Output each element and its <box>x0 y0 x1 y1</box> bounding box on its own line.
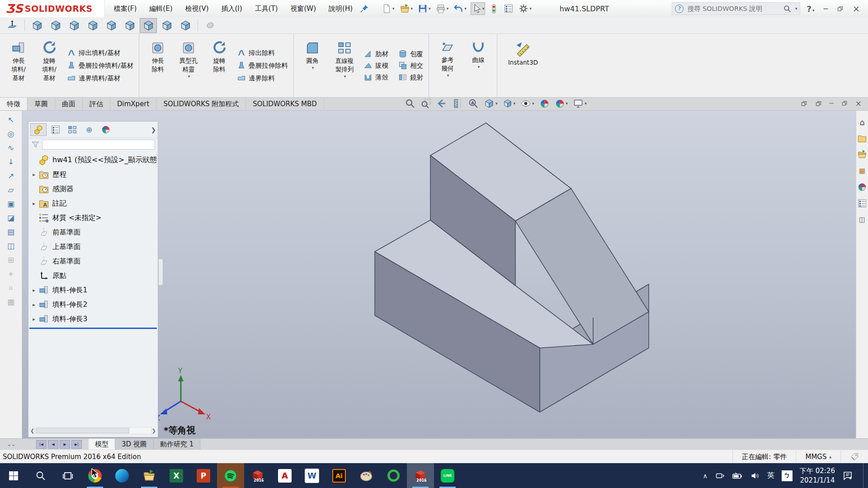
menu-file[interactable]: 檔案(F) <box>114 5 137 13</box>
pin-menu-icon[interactable] <box>360 4 369 13</box>
tree-item-front-plane[interactable]: 前基準面 <box>28 225 158 239</box>
select-tool-button[interactable]: ▾ <box>471 2 486 15</box>
tree-item-history[interactable]: ▸ 歷程 <box>28 167 158 182</box>
intersect-button[interactable]: 相交 <box>398 61 423 70</box>
tab-propertymanager[interactable] <box>48 124 63 136</box>
taskbar-paint[interactable] <box>353 463 380 488</box>
expander-icon[interactable]: ▸ <box>30 201 38 206</box>
tree-item-boss-extrude3[interactable]: ▸ 填料-伸長3 <box>28 312 158 326</box>
task-view-button[interactable] <box>54 463 81 488</box>
shell-button[interactable]: 薄殼 <box>363 73 388 82</box>
menu-edit[interactable]: 編輯(E) <box>149 5 172 13</box>
tab-mbd[interactable]: SOLIDWORKS MBD <box>246 98 324 110</box>
menu-view[interactable]: 檢視(V) <box>185 5 209 13</box>
tab-features[interactable]: 特徵 <box>0 98 28 110</box>
taskbar-screen-recorder[interactable] <box>380 463 407 488</box>
search-input[interactable] <box>686 5 780 13</box>
previous-view-icon[interactable] <box>436 98 447 109</box>
target-tool-icon[interactable]: ⌖ <box>9 269 13 278</box>
taskbar-edge[interactable] <box>108 463 136 488</box>
grid-tool-icon[interactable]: ⊞ <box>8 255 14 264</box>
table-tool-icon[interactable]: ▦ <box>7 297 14 306</box>
open-button[interactable]: ▾ <box>399 2 414 15</box>
wrap-button[interactable]: 包覆 <box>398 49 423 58</box>
hole-wizard-button[interactable]: 異型孔精靈 ▾ <box>175 38 202 79</box>
file-properties-button[interactable] <box>503 2 514 15</box>
spline-tool-icon[interactable]: ∿ <box>8 143 14 152</box>
up-tool-icon[interactable]: ↗ <box>8 171 14 180</box>
panel-expand-icon[interactable]: ❯ <box>151 127 156 133</box>
panel-scrollbar[interactable]: ❮ ❯ <box>30 427 156 434</box>
tree-item-boss-extrude1[interactable]: ▸ 填料-伸長1 <box>28 283 158 297</box>
taskbar-word[interactable]: W <box>298 463 326 488</box>
boundary-boss-button[interactable]: 邊界填料/基材 <box>67 74 133 83</box>
taskbar-search-button[interactable] <box>27 463 54 488</box>
taskbar-solidworks-active[interactable]: 2016 <box>407 463 434 488</box>
undo-button[interactable]: ▾ <box>453 2 467 15</box>
revolved-boss-button[interactable]: 旋轉填料/基材 <box>36 38 62 82</box>
tree-item-top-plane[interactable]: 上基準面 <box>28 239 158 254</box>
design-library-icon[interactable] <box>857 133 867 143</box>
tab-featuremanager[interactable] <box>30 123 47 136</box>
display-style-button[interactable]: ▾ <box>503 99 516 108</box>
taskbar-clock[interactable]: 下午 02:26 2021/1/14 <box>800 466 835 485</box>
last-tab-button[interactable]: ▶| <box>71 440 82 449</box>
menu-insert[interactable]: 插入(I) <box>222 5 242 13</box>
rebuild-button[interactable] <box>488 3 500 15</box>
hash-tool-icon[interactable]: ⌗ <box>9 283 13 292</box>
start-button[interactable] <box>0 463 27 488</box>
tab-surfaces[interactable]: 曲面 <box>55 98 83 110</box>
tab-3d-views[interactable]: 3D 視圖 <box>115 439 154 450</box>
restore-button[interactable] <box>837 5 844 12</box>
view-right-button[interactable] <box>84 18 101 33</box>
view-dimetric-button[interactable] <box>177 18 194 33</box>
toolbar-collapse-icon[interactable]: ⌄⌄ <box>0 439 23 450</box>
doc-close-icon[interactable]: × <box>855 99 862 108</box>
speaker-icon[interactable] <box>750 471 760 481</box>
first-tab-button[interactable]: |◀ <box>36 440 47 449</box>
ime-indicator[interactable]: ㄅ <box>782 470 793 481</box>
panel-splitter-handle[interactable] <box>158 258 163 286</box>
edit-appearance-button[interactable] <box>539 99 550 109</box>
part-faces[interactable] <box>375 123 649 412</box>
taskbar-illustrator[interactable]: Ai <box>326 463 353 488</box>
tree-item-sensors[interactable]: 感測器 <box>28 182 158 196</box>
scroll-left-icon[interactable]: ❮ <box>30 428 34 434</box>
custom-properties-icon[interactable] <box>857 198 867 208</box>
tab-evaluate[interactable]: 評估 <box>83 98 110 110</box>
instant3d-button[interactable]: Instant3D <box>503 38 543 66</box>
tab-sketch[interactable]: 草圖 <box>28 98 55 110</box>
rollback-bar[interactable] <box>29 328 157 329</box>
tab-configurationmanager[interactable] <box>65 124 80 136</box>
dropdown-icon[interactable]: ▾ <box>447 73 449 78</box>
taskbar-spotify[interactable] <box>217 463 244 488</box>
lofted-cut-button[interactable]: 疊層拉伸除料 <box>237 61 288 70</box>
filter-funnel-icon[interactable] <box>31 141 40 149</box>
dropdown-icon[interactable]: ▾ <box>344 74 346 79</box>
new-document-button[interactable]: ▾ <box>381 2 396 15</box>
mirror-button[interactable]: 鏡射 <box>398 73 423 82</box>
search-icon[interactable] <box>783 5 792 13</box>
taskbar-file-explorer[interactable] <box>136 463 163 488</box>
tree-item-annotations[interactable]: ▸ 註記 <box>28 196 158 211</box>
options-button[interactable]: ▾ <box>518 2 533 15</box>
menu-help[interactable]: 說明(H) <box>329 5 353 13</box>
view-front-button[interactable] <box>28 18 46 33</box>
extruded-cut-button[interactable]: 伸長除料 <box>145 38 171 73</box>
boundary-cut-button[interactable]: 邊界除料 <box>237 74 288 83</box>
display-cast-icon[interactable] <box>715 471 725 481</box>
taskbar-autocad[interactable]: A <box>271 463 298 488</box>
dropdown-icon[interactable]: ▾ <box>312 66 314 70</box>
hide-show-items-button[interactable]: ▾ <box>520 98 534 109</box>
section-view-icon[interactable] <box>452 98 463 109</box>
view-trimetric-button[interactable] <box>158 18 175 33</box>
view-isometric-button[interactable] <box>140 18 157 33</box>
help-menu-button[interactable]: ?▾ <box>807 4 814 14</box>
layers-tool-icon[interactable]: ▤ <box>7 227 14 236</box>
tree-item-origin[interactable]: 原點 <box>28 268 158 283</box>
tree-item-boss-extrude2[interactable]: ▸ 填料-伸長2 <box>28 297 158 312</box>
battery-icon[interactable] <box>732 471 743 481</box>
normal-to-button[interactable] <box>4 18 21 33</box>
close-button[interactable]: × <box>853 4 860 14</box>
expander-icon[interactable]: ▸ <box>30 172 38 178</box>
